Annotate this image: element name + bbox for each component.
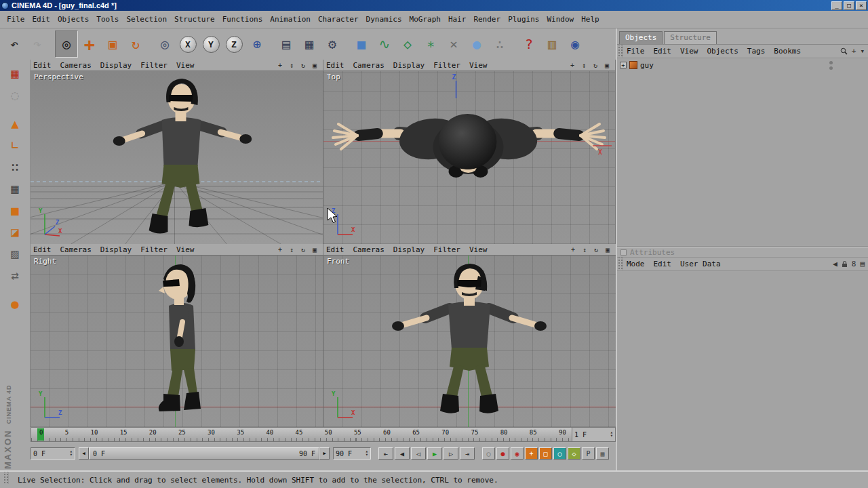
coordinate-system[interactable]: ⊕ [245, 30, 269, 58]
pan-view-icon[interactable]: + [275, 60, 285, 70]
play-backwards-button[interactable]: ◁ [411, 447, 426, 460]
next-frame-button[interactable]: ▷ [443, 447, 458, 460]
goto-start-button[interactable]: ⇤ [378, 447, 393, 460]
menu-window[interactable]: Window [547, 15, 574, 24]
pan-view-icon[interactable]: + [568, 245, 578, 254]
move-tool[interactable]: + [78, 30, 101, 58]
content-browser-button[interactable]: ▥ [540, 30, 564, 58]
pan-view-icon[interactable]: + [275, 245, 285, 254]
vp-menu-edit[interactable]: Edit [326, 245, 344, 254]
spinner-arrows[interactable]: ▴ ▾ [610, 431, 613, 438]
workplane-mode[interactable]: ⇄ [3, 265, 26, 285]
om-menu-bookms[interactable]: Bookms [774, 47, 801, 56]
spinner-down-icon[interactable]: ▾ [70, 453, 73, 457]
render-settings[interactable]: ⚙ [321, 30, 344, 58]
autokeying-button[interactable]: ● [496, 447, 509, 460]
tab-structure[interactable]: Structure [664, 31, 717, 44]
vp-menu-view[interactable]: View [176, 245, 195, 254]
texture-mode[interactable]: ▨ [3, 243, 26, 264]
record-parameter-button[interactable]: ◇ [568, 447, 580, 460]
range-slider-body[interactable]: 0 F 90 F [89, 447, 319, 460]
object-icon[interactable] [629, 61, 637, 69]
rotate-view-icon[interactable]: ↻ [590, 60, 601, 70]
toggle-view-icon[interactable]: ▣ [602, 245, 613, 254]
toggle-view-icon[interactable]: ▣ [309, 245, 320, 254]
attributes-checkbox[interactable] [620, 249, 627, 256]
menu-selection[interactable]: Selection [126, 15, 167, 24]
add-array-object[interactable]: ∗ [419, 30, 442, 58]
attr-menu-edit[interactable]: Edit [654, 260, 672, 268]
vp-menu-edit[interactable]: Edit [33, 61, 52, 70]
spinner-down-icon[interactable]: ▾ [366, 453, 368, 457]
lock-icon[interactable] [842, 260, 848, 268]
om-menu-tags[interactable]: Tags [747, 47, 766, 56]
make-editable[interactable]: ▲ [3, 113, 26, 134]
play-forwards-button[interactable]: ▶ [427, 447, 442, 460]
vp-menu-filter[interactable]: Filter [433, 245, 460, 254]
model-mode[interactable]: ● [3, 293, 26, 314]
vp-menu-filter[interactable]: Filter [140, 245, 167, 254]
range-end-field[interactable]: 90 F ▴ ▾ [333, 447, 371, 460]
rotate-tool[interactable]: ↻ [124, 30, 147, 58]
menu-objects[interactable]: Objects [58, 15, 89, 24]
om-menu-objects[interactable]: Objects [707, 47, 738, 56]
add-nurbs-object[interactable]: ◇ [396, 30, 419, 58]
frame-increment-field[interactable]: 1 F ▴ ▾ [572, 428, 615, 441]
rotate-view-icon[interactable]: ↻ [298, 245, 309, 254]
menu-render[interactable]: Render [473, 15, 500, 24]
search-icon[interactable] [840, 47, 848, 55]
menu-mograph[interactable]: MoGraph [410, 15, 441, 24]
spinner-down-icon[interactable]: ▾ [610, 434, 613, 438]
add-mograph-object[interactable]: × [442, 30, 465, 58]
menu-functions[interactable]: Functions [222, 15, 263, 24]
rotate-view-icon[interactable]: ↻ [298, 60, 309, 70]
record-scale-button[interactable]: □ [539, 447, 552, 460]
goto-end-button[interactable]: ⇥ [460, 447, 475, 460]
scale-tool[interactable]: ▣ [101, 30, 124, 58]
add-particles-object[interactable]: ∴ [488, 30, 511, 58]
vp-menu-display[interactable]: Display [100, 61, 132, 70]
filter-icon[interactable]: + [852, 47, 856, 56]
vp-menu-view[interactable]: View [176, 61, 195, 70]
preview-range-slider[interactable]: ◀ 0 F 90 F ▶ [79, 447, 330, 460]
lock-x-axis[interactable]: X [176, 30, 199, 58]
record-keyframe-button[interactable]: ○ [482, 447, 495, 460]
vp-menu-cameras[interactable]: Cameras [353, 61, 384, 70]
add-cube-object[interactable]: ■ [350, 30, 373, 58]
om-menu-view[interactable]: View [680, 47, 698, 56]
attr-menu-mode[interactable]: Mode [627, 260, 645, 268]
viewport-canvas-top[interactable]: Top [323, 71, 615, 244]
menu-character[interactable]: Character [318, 15, 359, 24]
render-view[interactable]: ▤ [275, 30, 298, 58]
panel-grip[interactable] [617, 258, 623, 270]
minimize-button[interactable]: _ [831, 1, 842, 10]
online-updater-button[interactable]: ◉ [564, 30, 587, 58]
menu-dynamics[interactable]: Dynamics [366, 15, 402, 24]
vp-menu-edit[interactable]: Edit [326, 61, 344, 70]
add-deformer-object[interactable]: ● [465, 30, 488, 58]
range-start-field[interactable]: 0 F ▴ ▾ [31, 447, 75, 460]
spinner-arrows[interactable]: ▴ ▾ [366, 450, 368, 457]
vp-menu-view[interactable]: View [469, 245, 488, 254]
vp-menu-view[interactable]: View [469, 61, 488, 70]
lock-z-axis[interactable]: Z [222, 30, 245, 58]
viewport-canvas-right[interactable]: Right [31, 256, 323, 427]
menu-animation[interactable]: Animation [270, 15, 311, 24]
object-axis-mode[interactable]: ∟ [3, 135, 26, 155]
om-menu-edit[interactable]: Edit [654, 47, 672, 56]
vp-menu-cameras[interactable]: Cameras [60, 61, 92, 70]
rotate-view-icon[interactable]: ↻ [591, 245, 601, 254]
vp-menu-edit[interactable]: Edit [33, 245, 52, 254]
zoom-view-icon[interactable]: ↕ [578, 60, 589, 70]
spinner-arrows[interactable]: ▴ ▾ [70, 450, 73, 457]
range-left-arrow[interactable]: ◀ [79, 447, 89, 460]
menu-edit[interactable]: Edit [33, 15, 51, 24]
viewport-canvas-perspective[interactable]: Perspective [31, 71, 323, 244]
vp-menu-display[interactable]: Display [393, 61, 425, 70]
previous-frame-button[interactable]: ◀ [395, 447, 410, 460]
vp-menu-filter[interactable]: Filter [433, 61, 460, 70]
range-right-arrow[interactable]: ▶ [319, 447, 330, 460]
vp-menu-display[interactable]: Display [100, 245, 132, 254]
link-icon[interactable]: 8 [852, 260, 856, 268]
lock-y-axis[interactable]: Y [199, 30, 222, 58]
